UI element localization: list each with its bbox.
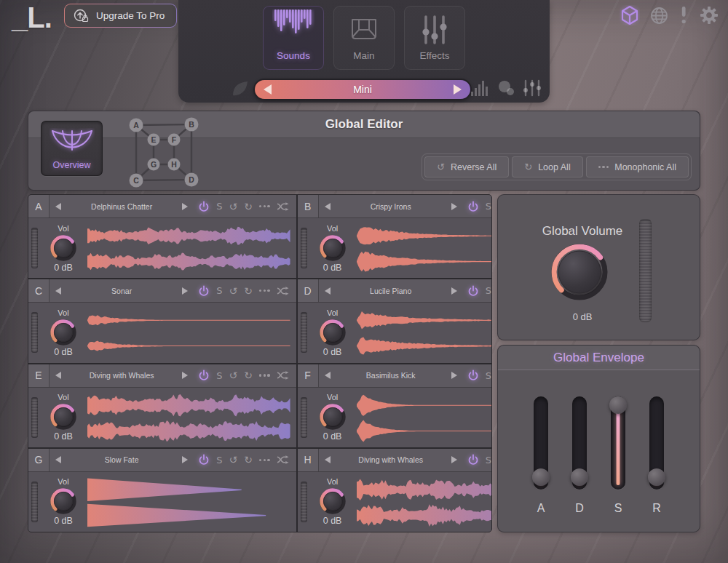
next-sample-arrow[interactable] xyxy=(182,456,188,463)
upgrade-to-pro-button[interactable]: Upgrade To Pro xyxy=(64,4,177,28)
solo-icon[interactable]: S xyxy=(486,286,491,295)
reverse-icon[interactable]: ↺ xyxy=(229,455,238,465)
envelope-slider-handle[interactable] xyxy=(609,396,627,414)
tab-effects[interactable]: Effects xyxy=(404,6,465,70)
alert-icon[interactable] xyxy=(678,6,689,25)
envelope-slider-track[interactable] xyxy=(572,396,587,490)
envelope-slider-track[interactable] xyxy=(611,396,625,490)
power-icon[interactable] xyxy=(198,201,210,212)
power-icon[interactable] xyxy=(198,454,210,466)
next-sample-arrow[interactable] xyxy=(451,287,457,295)
reverse-all-button[interactable]: ↺ Reverse All xyxy=(424,156,509,177)
loop-icon[interactable]: ↻ xyxy=(244,370,253,380)
global-volume-knob[interactable] xyxy=(546,239,613,306)
solo-icon[interactable]: S xyxy=(486,371,491,380)
cube-view-icon[interactable] xyxy=(620,5,640,25)
power-icon[interactable] xyxy=(198,370,210,381)
monophonic-all-button[interactable]: Monophonic All xyxy=(586,156,689,177)
volume-knob[interactable] xyxy=(49,402,78,431)
solo-icon[interactable]: S xyxy=(216,201,222,211)
envelope-slider-track[interactable] xyxy=(649,396,664,490)
slot-letter: E xyxy=(28,364,50,387)
reverse-icon[interactable]: ↺ xyxy=(229,286,238,296)
overview-button[interactable]: Overview xyxy=(41,121,103,176)
volume-knob[interactable] xyxy=(318,402,347,431)
waveform-display[interactable] xyxy=(357,474,492,530)
volume-knob[interactable] xyxy=(49,318,78,347)
volume-knob[interactable] xyxy=(49,487,78,516)
prev-sample-arrow[interactable] xyxy=(55,372,61,379)
prev-preset-arrow[interactable] xyxy=(264,84,272,95)
solo-icon[interactable]: S xyxy=(216,455,222,465)
slot-body: Vol 0 dB xyxy=(28,218,296,278)
next-sample-arrow[interactable] xyxy=(182,372,188,379)
next-sample-arrow[interactable] xyxy=(182,203,188,210)
envelope-slider-handle[interactable] xyxy=(571,468,588,486)
envelope-slider-handle[interactable] xyxy=(532,468,550,486)
prev-sample-arrow[interactable] xyxy=(55,456,61,463)
preset-selector[interactable]: Mini xyxy=(253,79,472,100)
globe-icon[interactable] xyxy=(649,6,669,25)
shuffle-icon[interactable] xyxy=(277,287,289,295)
power-icon[interactable] xyxy=(467,285,479,297)
monophonic-icon[interactable] xyxy=(259,290,270,292)
next-sample-arrow[interactable] xyxy=(451,372,457,379)
prev-sample-arrow[interactable] xyxy=(325,456,331,463)
envelope-slider-group: A xyxy=(534,396,548,515)
next-sample-arrow[interactable] xyxy=(451,456,457,463)
waveform-display[interactable] xyxy=(87,304,290,361)
prev-sample-arrow[interactable] xyxy=(325,372,331,379)
tab-sounds[interactable]: Sounds xyxy=(263,6,324,70)
volume-knob[interactable] xyxy=(318,318,347,347)
waveform-display[interactable] xyxy=(87,389,290,446)
shuffle-icon[interactable] xyxy=(277,455,289,464)
volume-knob[interactable] xyxy=(318,233,347,263)
volume-knob[interactable] xyxy=(318,487,347,516)
power-icon[interactable] xyxy=(467,454,479,466)
tab-main[interactable]: Main xyxy=(333,6,395,70)
power-icon[interactable] xyxy=(467,201,479,212)
histogram-icon[interactable] xyxy=(470,79,490,97)
leaf-icon[interactable] xyxy=(231,79,250,98)
next-preset-arrow[interactable] xyxy=(454,84,462,95)
waveform-display[interactable] xyxy=(357,220,492,276)
blob-icon[interactable] xyxy=(496,79,515,97)
solo-icon[interactable]: S xyxy=(216,371,222,380)
solo-icon[interactable]: S xyxy=(486,455,491,465)
next-sample-arrow[interactable] xyxy=(451,203,457,210)
reverse-icon[interactable]: ↺ xyxy=(229,370,238,380)
waveform-display[interactable] xyxy=(87,220,290,276)
monophonic-icon[interactable] xyxy=(259,205,270,207)
sample-selector: Slow Fate xyxy=(50,455,194,464)
prev-sample-arrow[interactable] xyxy=(55,203,61,210)
slot-controls: S ↺ ↻ xyxy=(463,454,492,466)
envelope-slider-handle[interactable] xyxy=(648,468,665,486)
waveform-display[interactable] xyxy=(357,389,492,446)
solo-icon[interactable]: S xyxy=(486,201,491,211)
envelope-slider-track[interactable] xyxy=(534,396,548,490)
loop-all-button[interactable]: ↻ Loop All xyxy=(512,156,582,177)
prev-sample-arrow[interactable] xyxy=(55,287,61,295)
shuffle-icon[interactable] xyxy=(277,202,289,211)
mixer-icon[interactable] xyxy=(522,79,542,97)
loop-icon[interactable]: ↻ xyxy=(244,201,253,212)
volume-knob[interactable] xyxy=(49,233,78,263)
monophonic-icon[interactable] xyxy=(259,459,270,461)
waveform-display[interactable] xyxy=(87,474,290,530)
global-envelope-title: Global Envelope xyxy=(553,351,644,365)
prev-sample-arrow[interactable] xyxy=(325,203,331,210)
power-icon[interactable] xyxy=(198,285,210,297)
shuffle-icon[interactable] xyxy=(277,371,289,380)
next-sample-arrow[interactable] xyxy=(182,287,188,295)
prev-sample-arrow[interactable] xyxy=(325,287,331,295)
solo-icon[interactable]: S xyxy=(216,286,222,295)
loop-icon[interactable]: ↻ xyxy=(244,455,253,465)
cube-node-map[interactable]: A B C D E F G H xyxy=(114,114,206,188)
level-meter xyxy=(301,482,307,522)
reverse-icon[interactable]: ↺ xyxy=(229,201,238,212)
waveform-display[interactable] xyxy=(357,304,492,361)
settings-gear-icon[interactable] xyxy=(699,5,719,25)
loop-icon[interactable]: ↻ xyxy=(244,286,253,296)
monophonic-icon[interactable] xyxy=(259,374,270,376)
power-icon[interactable] xyxy=(467,370,479,381)
